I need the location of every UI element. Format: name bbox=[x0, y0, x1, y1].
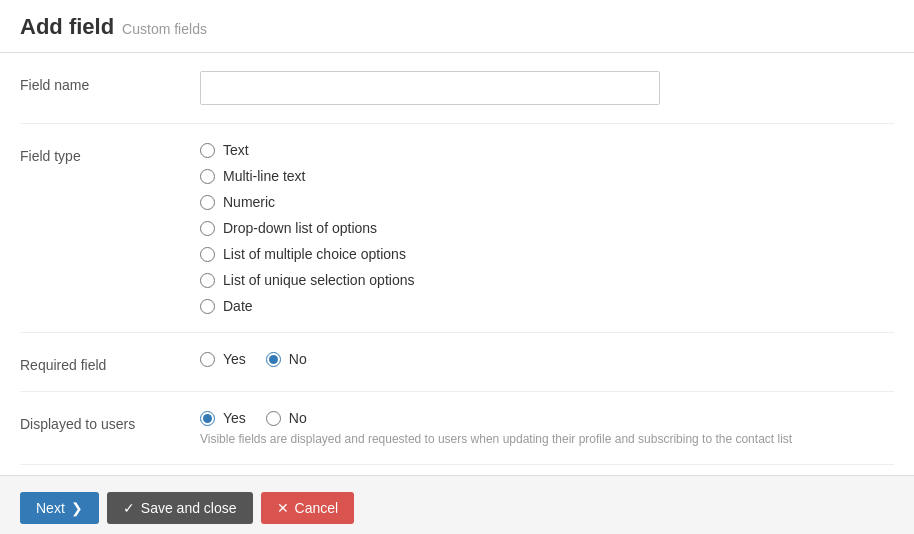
field-type-row: Field type Text Multi-line text Numeric … bbox=[20, 124, 894, 333]
displayed-users-row: Displayed to users Yes No Visible fields… bbox=[20, 392, 894, 465]
displayed-yes[interactable]: Yes bbox=[200, 410, 246, 426]
field-name-row: Field name bbox=[20, 53, 894, 124]
cancel-button[interactable]: ✕ Cancel bbox=[261, 492, 355, 524]
radio-numeric[interactable]: Numeric bbox=[200, 194, 894, 210]
required-no[interactable]: No bbox=[266, 351, 307, 367]
displayed-hint: Visible fields are displayed and request… bbox=[200, 432, 894, 446]
page-title: Add field bbox=[20, 14, 114, 40]
radio-multiple[interactable]: List of multiple choice options bbox=[200, 246, 894, 262]
radio-multiline[interactable]: Multi-line text bbox=[200, 168, 894, 184]
field-name-label: Field name bbox=[20, 71, 200, 93]
required-field-label: Required field bbox=[20, 351, 200, 373]
breadcrumb: Custom fields bbox=[122, 21, 207, 37]
field-name-input[interactable] bbox=[200, 71, 660, 105]
chevron-right-icon: ❯ bbox=[71, 500, 83, 516]
save-close-button[interactable]: ✓ Save and close bbox=[107, 492, 253, 524]
radio-dropdown[interactable]: Drop-down list of options bbox=[200, 220, 894, 236]
displayed-no[interactable]: No bbox=[266, 410, 307, 426]
footer-bar: Next ❯ ✓ Save and close ✕ Cancel bbox=[0, 475, 914, 534]
field-type-label: Field type bbox=[20, 142, 200, 164]
next-button[interactable]: Next ❯ bbox=[20, 492, 99, 524]
save-label: Save and close bbox=[141, 500, 237, 516]
page-header: Add field Custom fields bbox=[0, 0, 914, 53]
cancel-label: Cancel bbox=[295, 500, 339, 516]
next-label: Next bbox=[36, 500, 65, 516]
check-circle-icon: ✓ bbox=[123, 500, 135, 516]
radio-unique[interactable]: List of unique selection options bbox=[200, 272, 894, 288]
radio-date[interactable]: Date bbox=[200, 298, 894, 314]
radio-text[interactable]: Text bbox=[200, 142, 894, 158]
required-yes[interactable]: Yes bbox=[200, 351, 246, 367]
form-body: Field name Field type Text Multi-line te… bbox=[0, 53, 914, 465]
times-icon: ✕ bbox=[277, 500, 289, 516]
displayed-users-label: Displayed to users bbox=[20, 410, 200, 432]
required-field-row: Required field Yes No bbox=[20, 333, 894, 392]
